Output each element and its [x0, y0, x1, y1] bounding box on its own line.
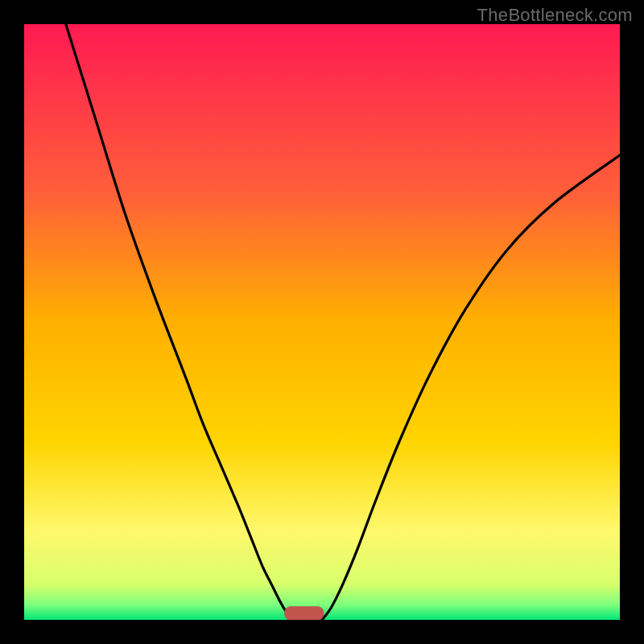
chart-svg: [24, 24, 620, 620]
chart-frame: TheBottleneck.com: [0, 0, 644, 644]
plot-area: [24, 24, 620, 620]
background-gradient: [24, 24, 620, 620]
optimal-marker: [285, 607, 324, 620]
watermark-label: TheBottleneck.com: [477, 5, 633, 26]
